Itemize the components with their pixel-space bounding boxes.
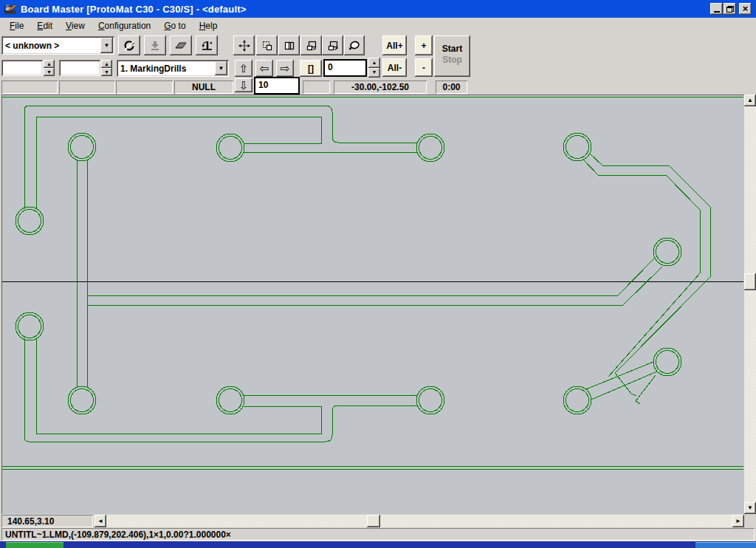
- status-bar: UNTITL~1.LMD,(-109.879,202.406),1×1,0.00…: [1, 528, 755, 541]
- close-icon: ×: [743, 4, 749, 14]
- title-bar: Board Master [ProtoMat C30 - C30/S] - <d…: [0, 0, 756, 18]
- phase-combo[interactable]: 1. MarkingDrills ▼: [117, 60, 229, 77]
- tool-head-combo[interactable]: < unknown > ▼: [1, 36, 114, 55]
- menu-view[interactable]: View: [59, 19, 92, 32]
- scroll-down-icon: ▼: [747, 505, 753, 511]
- stop-label: Stop: [434, 55, 470, 66]
- chevron-down-icon[interactable]: ▼: [100, 38, 113, 53]
- chevron-down-icon[interactable]: ▼: [215, 61, 227, 75]
- arrange-back-button[interactable]: [322, 35, 343, 55]
- x-input[interactable]: [1, 60, 43, 76]
- arrow-left-icon: ⇦: [260, 62, 269, 75]
- scroll-left-button[interactable]: ◄: [94, 515, 106, 527]
- time-panel: 0:00: [436, 81, 467, 94]
- rotate-button[interactable]: [118, 35, 140, 55]
- taskbar-strip: [0, 541, 756, 548]
- app-icon: [4, 3, 17, 15]
- position-panel: -30.00,-102.50: [334, 81, 427, 94]
- aux-panel-4: [303, 81, 330, 94]
- zoom-button[interactable]: [344, 35, 365, 55]
- tool-exchange-button[interactable]: [196, 35, 218, 55]
- plus-button[interactable]: +: [415, 35, 433, 55]
- minimize-button[interactable]: [710, 3, 723, 15]
- scroll-right-button[interactable]: ►: [732, 515, 744, 527]
- nav-left-button[interactable]: ⇦: [255, 60, 273, 77]
- x-spinner: ▲ ▼: [44, 60, 55, 76]
- horizontal-scroll-thumb[interactable]: [367, 515, 380, 527]
- minus-button[interactable]: -: [415, 58, 433, 77]
- menu-edit[interactable]: Edit: [30, 19, 59, 32]
- brackets-button[interactable]: []: [300, 60, 322, 77]
- spin-down-icon[interactable]: ▼: [44, 68, 55, 76]
- scroll-up-icon: ▲: [747, 97, 753, 103]
- status-text: UNTITL~1.LMD,(-109.879,202.406),1×1,0.00…: [5, 530, 231, 540]
- menu-bar: File Edit View Configuration Go to Help: [0, 18, 756, 34]
- y-spinner: ▲ ▼: [101, 60, 112, 76]
- restore-button[interactable]: [724, 3, 736, 15]
- magnifier-icon: [348, 40, 360, 52]
- scroll-left-icon: ◄: [97, 518, 103, 524]
- tool-head-combo-value: < unknown >: [1, 41, 100, 51]
- arrange-front-button[interactable]: [300, 35, 322, 55]
- nav-right-button[interactable]: ⇨: [276, 60, 294, 77]
- count-input[interactable]: 0: [323, 59, 367, 77]
- all-minus-button[interactable]: All-: [382, 58, 407, 77]
- rect-arrow-icon: [306, 40, 317, 52]
- menu-file[interactable]: File: [3, 19, 30, 32]
- spin-up-icon[interactable]: ▲: [44, 60, 55, 68]
- selection-copy-icon: [261, 40, 273, 52]
- arrow-up-icon: ⇧: [239, 62, 249, 75]
- tool-panel: NULL: [174, 81, 233, 94]
- phase-combo-value: 1. MarkingDrills: [117, 64, 215, 74]
- vertical-scroll-thumb[interactable]: [744, 273, 756, 290]
- move-cross-icon: [238, 40, 250, 52]
- cursor-position-panel: 140.65,3.10: [1, 515, 93, 527]
- aux-panel-1: [1, 81, 58, 94]
- taskbar-item-blue[interactable]: [695, 542, 756, 548]
- vertical-scrollbar[interactable]: ▲ ▼: [744, 95, 756, 514]
- arrow-down-icon: ⇩: [239, 79, 249, 92]
- spin-up-icon[interactable]: ▲: [368, 58, 380, 68]
- menu-configuration[interactable]: Configuration: [92, 19, 157, 32]
- minimize-icon: [714, 11, 720, 13]
- window-title: Board Master [ProtoMat C30 - C30/S] - <d…: [21, 4, 247, 15]
- spin-down-icon[interactable]: ▼: [368, 68, 380, 78]
- scroll-down-button[interactable]: ▼: [744, 502, 756, 514]
- milling-button[interactable]: [170, 35, 192, 55]
- tool-head-icon: [201, 40, 213, 52]
- nav-up-button[interactable]: ⇧: [235, 60, 252, 77]
- scroll-right-icon: ►: [735, 518, 741, 524]
- move-button[interactable]: [233, 35, 255, 55]
- spin-up-icon[interactable]: ▲: [101, 60, 112, 68]
- all-plus-button[interactable]: All+: [382, 35, 407, 55]
- count-spinner: ▲ ▼: [368, 58, 380, 78]
- nav-down-button[interactable]: ⇩: [235, 78, 252, 92]
- rect-arrow2-icon: [327, 40, 339, 52]
- taskbar-item-green[interactable]: [6, 542, 63, 548]
- spin-down-icon[interactable]: ▼: [101, 68, 112, 76]
- arrow-right-icon: ⇨: [281, 62, 290, 75]
- rotate-icon: [123, 40, 135, 52]
- step-input[interactable]: 10: [254, 77, 300, 95]
- overlap-rects-icon: [284, 40, 295, 52]
- scroll-up-button[interactable]: ▲: [744, 95, 756, 106]
- start-stop-button[interactable]: Start Stop: [434, 35, 470, 77]
- import-arrow-icon: [149, 40, 161, 52]
- horizontal-scrollbar[interactable]: ◄ ►: [94, 515, 744, 527]
- menu-help[interactable]: Help: [193, 19, 224, 32]
- pcb-canvas[interactable]: [1, 95, 744, 514]
- duplicate-button[interactable]: [278, 35, 300, 55]
- copy-selection-button[interactable]: [256, 35, 278, 55]
- hatch-icon: [175, 40, 187, 52]
- aux-panel-2: [59, 81, 115, 94]
- menu-goto[interactable]: Go to: [157, 19, 192, 32]
- start-label: Start: [434, 44, 470, 55]
- import-button[interactable]: [144, 35, 166, 55]
- pcb-drawing[interactable]: [2, 95, 743, 513]
- board-master-window: Board Master [ProtoMat C30 - C30/S] - <d…: [0, 0, 756, 548]
- close-button[interactable]: ×: [739, 3, 752, 15]
- aux-panel-3: [116, 81, 173, 94]
- y-input[interactable]: [59, 60, 100, 76]
- restore-icon: [726, 6, 734, 13]
